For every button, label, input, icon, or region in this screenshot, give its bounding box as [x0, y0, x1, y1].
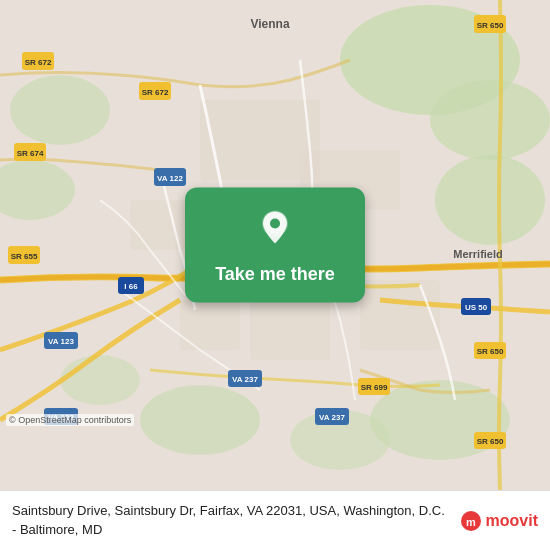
svg-text:VA 122: VA 122 — [157, 174, 183, 183]
svg-text:SR 672: SR 672 — [25, 58, 52, 67]
map-container: SR 650 SR 672 SR 672 Vienna VA 122 SR 67… — [0, 0, 550, 490]
bottom-bar: Saintsbury Drive, Saintsbury Dr, Fairfax… — [0, 490, 550, 550]
button-label: Take me there — [215, 264, 335, 285]
svg-text:SR 672: SR 672 — [142, 88, 169, 97]
copyright-text: © OpenStreetMap contributors — [6, 414, 134, 426]
take-me-there-button[interactable]: Take me there — [185, 188, 365, 303]
svg-text:Vienna: Vienna — [250, 17, 289, 31]
svg-text:VA 237: VA 237 — [319, 413, 345, 422]
svg-text:SR 650: SR 650 — [477, 347, 504, 356]
moovit-icon-svg: m — [460, 510, 482, 532]
svg-text:SR 655: SR 655 — [11, 252, 38, 261]
svg-point-8 — [60, 355, 140, 405]
svg-text:VA 123: VA 123 — [48, 337, 74, 346]
svg-text:m: m — [466, 515, 476, 527]
svg-point-5 — [435, 155, 545, 245]
moovit-logo: m moovit — [460, 510, 538, 532]
svg-text:I 66: I 66 — [124, 282, 138, 291]
svg-text:SR 650: SR 650 — [477, 437, 504, 446]
svg-text:SR 699: SR 699 — [361, 383, 388, 392]
svg-point-3 — [10, 75, 110, 145]
moovit-brand-name: moovit — [486, 512, 538, 530]
svg-rect-13 — [250, 300, 330, 360]
svg-point-52 — [270, 219, 280, 229]
address-text: Saintsbury Drive, Saintsbury Dr, Fairfax… — [12, 502, 452, 538]
svg-point-6 — [140, 385, 260, 455]
svg-text:VA 237: VA 237 — [232, 375, 258, 384]
svg-text:US 50: US 50 — [465, 303, 488, 312]
svg-text:Merrifield: Merrifield — [453, 248, 503, 260]
location-pin-icon — [253, 206, 297, 254]
svg-text:SR 674: SR 674 — [17, 149, 44, 158]
svg-text:SR 650: SR 650 — [477, 21, 504, 30]
svg-point-2 — [430, 80, 550, 160]
svg-rect-12 — [360, 280, 440, 350]
